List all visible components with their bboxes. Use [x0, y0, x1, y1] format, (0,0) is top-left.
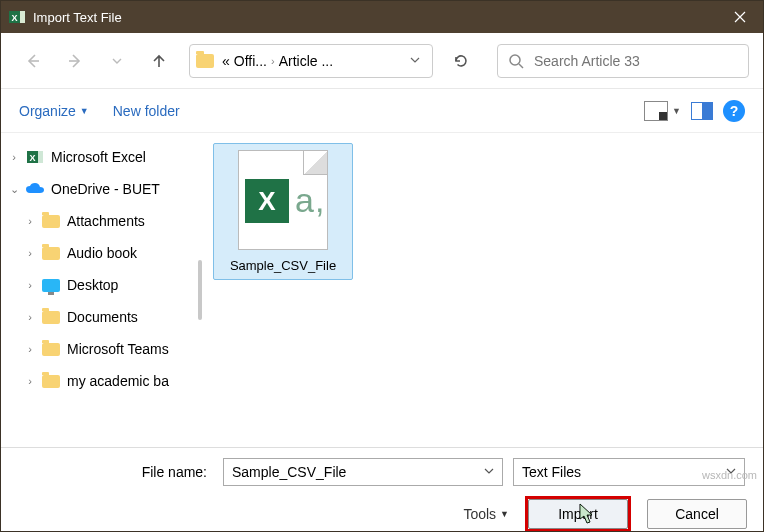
tree-label: Attachments	[67, 213, 145, 229]
navigation-bar: « Offi... › Article ...	[1, 33, 763, 89]
breadcrumb-seg-2[interactable]: Article ...	[279, 53, 333, 69]
tree-item-academic[interactable]: › my academic ba	[1, 365, 197, 397]
tree-label: Microsoft Teams	[67, 341, 169, 357]
folder-icon	[196, 54, 214, 68]
chevron-right-icon[interactable]: ›	[23, 279, 37, 291]
tree-label: Audio book	[67, 245, 137, 261]
chevron-down-icon	[111, 55, 123, 67]
filename-value: Sample_CSV_File	[232, 464, 346, 480]
tree-label: Desktop	[67, 277, 118, 293]
chevron-down-icon[interactable]: ⌄	[7, 183, 21, 196]
nav-forward-button[interactable]	[57, 43, 93, 79]
help-button[interactable]: ?	[723, 100, 745, 122]
organize-label: Organize	[19, 103, 76, 119]
nav-back-button[interactable]	[15, 43, 51, 79]
file-label: Sample_CSV_File	[220, 258, 346, 273]
tree-item-desktop[interactable]: › Desktop	[1, 269, 197, 301]
tree-item-documents[interactable]: › Documents	[1, 301, 197, 333]
chevron-right-icon[interactable]: ›	[23, 375, 37, 387]
chevron-down-icon: ▼	[672, 106, 681, 116]
excel-badge-icon: X	[245, 179, 289, 223]
excel-icon: X	[25, 147, 45, 167]
chevron-right-icon: ›	[271, 55, 275, 67]
window-title: Import Text File	[33, 10, 717, 25]
arrow-left-icon	[24, 52, 42, 70]
view-thumbnails-icon	[644, 101, 668, 121]
chevron-right-icon[interactable]: ›	[23, 247, 37, 259]
tree-label: Documents	[67, 309, 138, 325]
chevron-right-icon[interactable]: ›	[23, 215, 37, 227]
cancel-button[interactable]: Cancel	[647, 499, 747, 529]
nav-recent-dropdown[interactable]	[99, 43, 135, 79]
chevron-down-icon: ▼	[500, 509, 509, 519]
tools-menu[interactable]: Tools ▼	[463, 506, 509, 522]
folder-icon	[41, 307, 61, 327]
cancel-label: Cancel	[675, 506, 719, 522]
new-folder-label: New folder	[113, 103, 180, 119]
watermark: wsxdn.com	[702, 469, 757, 481]
excel-app-icon: X	[9, 9, 25, 25]
monitor-icon	[41, 275, 61, 295]
address-breadcrumb[interactable]: « Offi... › Article ...	[189, 44, 433, 78]
import-button[interactable]: Import	[528, 499, 628, 529]
arrow-up-icon	[150, 52, 168, 70]
titlebar: X Import Text File	[1, 1, 763, 33]
close-button[interactable]	[717, 1, 763, 33]
tree-item-ms-teams[interactable]: › Microsoft Teams	[1, 333, 197, 365]
refresh-button[interactable]	[443, 44, 479, 78]
svg-text:X: X	[11, 13, 17, 23]
filename-label: File name:	[17, 464, 213, 480]
bottom-panel: File name: Sample_CSV_File Text Files To…	[1, 447, 763, 532]
tree-item-attachments[interactable]: › Attachments	[1, 205, 197, 237]
new-folder-button[interactable]: New folder	[113, 103, 180, 119]
tree-item-audio-book[interactable]: › Audio book	[1, 237, 197, 269]
folder-icon	[41, 243, 61, 263]
organize-menu[interactable]: Organize ▼	[19, 103, 89, 119]
splitter-grip-icon	[198, 260, 202, 320]
tree-item-excel[interactable]: › X Microsoft Excel	[1, 141, 197, 173]
nav-up-button[interactable]	[141, 43, 177, 79]
body-area: › X Microsoft Excel ⌄ OneDrive - BUET › …	[1, 133, 763, 447]
tree-item-onedrive[interactable]: ⌄ OneDrive - BUET	[1, 173, 197, 205]
import-text-file-dialog: X Import Text File « Offi... ›	[0, 0, 764, 532]
chevron-right-icon[interactable]: ›	[23, 311, 37, 323]
svg-rect-2	[20, 11, 25, 23]
filter-value: Text Files	[522, 464, 581, 480]
chevron-right-icon[interactable]: ›	[23, 343, 37, 355]
breadcrumb-seg-1[interactable]: Offi...	[234, 53, 267, 69]
folder-icon	[41, 211, 61, 231]
svg-rect-6	[38, 151, 43, 163]
refresh-icon	[452, 52, 470, 70]
tree-label: OneDrive - BUET	[51, 181, 160, 197]
search-box[interactable]	[497, 44, 749, 78]
chevron-down-icon	[410, 55, 420, 65]
search-input[interactable]	[532, 52, 738, 70]
tree-label: Microsoft Excel	[51, 149, 146, 165]
navigation-tree[interactable]: › X Microsoft Excel ⌄ OneDrive - BUET › …	[1, 133, 197, 447]
folder-icon	[41, 339, 61, 359]
tools-label: Tools	[463, 506, 496, 522]
preview-pane-button[interactable]	[691, 102, 713, 120]
file-item-sample-csv[interactable]: X a, Sample_CSV_File	[213, 143, 353, 280]
chevron-right-icon[interactable]: ›	[7, 151, 21, 163]
close-icon	[734, 11, 746, 23]
folder-icon	[41, 371, 61, 391]
tree-label: my academic ba	[67, 373, 169, 389]
file-list-pane[interactable]: X a, Sample_CSV_File	[203, 133, 763, 447]
svg-point-3	[510, 55, 520, 65]
arrow-right-icon	[66, 52, 84, 70]
search-icon	[508, 53, 524, 69]
onedrive-icon	[25, 179, 45, 199]
svg-text:X: X	[29, 153, 35, 163]
csv-hint-icon: a,	[295, 181, 325, 220]
breadcrumb-dropdown[interactable]	[404, 55, 426, 67]
chevron-down-icon[interactable]	[484, 466, 494, 478]
import-button-highlight: Import	[525, 496, 631, 532]
chevron-down-icon: ▼	[80, 106, 89, 116]
file-thumbnail: X a,	[238, 150, 328, 250]
filename-combo[interactable]: Sample_CSV_File	[223, 458, 503, 486]
import-label: Import	[558, 506, 598, 522]
view-mode-button[interactable]: ▼	[644, 101, 681, 121]
breadcrumb-prefix: «	[222, 53, 230, 69]
toolbar: Organize ▼ New folder ▼ ?	[1, 89, 763, 133]
